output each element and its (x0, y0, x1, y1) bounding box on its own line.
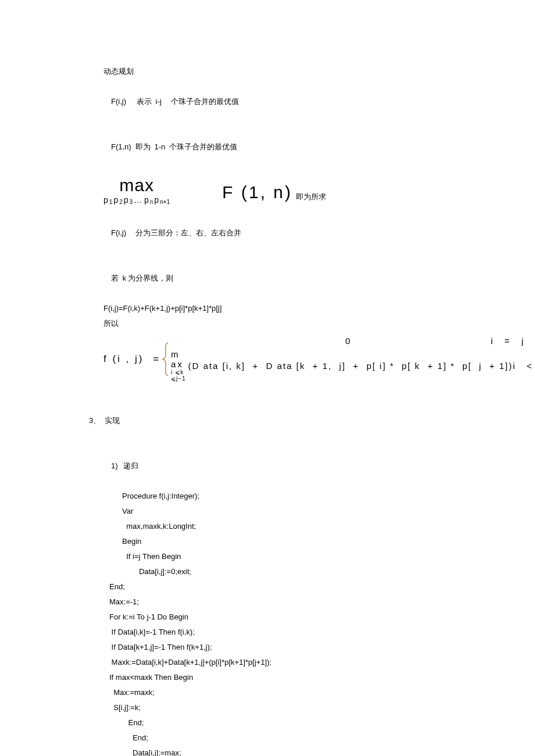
code-line: Procedure f(i,j:Integer); (0, 489, 535, 504)
max-operator: max p1 p2 p3 … pn pn+1 (104, 175, 170, 205)
code-line: End; (0, 715, 535, 730)
word: 即为 (135, 142, 151, 151)
section-number: 3、 (89, 416, 101, 425)
function-call: F (1, n) (222, 180, 293, 202)
code-line: End; (0, 730, 535, 746)
case-cond: i = j (491, 336, 532, 346)
phrase: 为分界线，则 (128, 274, 173, 282)
formula-piecewise: f (i , j) = 0 i = j m ax i ⩽k ⩽j−1 (0, 336, 535, 382)
section-heading: 3、 实现 (0, 398, 535, 443)
max-operator: m ax i ⩽k ⩽j−1 (171, 349, 186, 382)
word: 表示 (137, 97, 152, 106)
text-line: 所以 (0, 316, 535, 331)
code-line: S[i,j]:=k; (0, 700, 535, 715)
code-line: End; (0, 579, 535, 594)
text-line: 动态规划 (0, 64, 535, 79)
list-item: 1) 递归 (0, 443, 535, 489)
text-line: 若 k 为分界线，则 (0, 256, 535, 301)
max-label: m ax (171, 349, 186, 369)
expr: 1-n (154, 142, 165, 151)
tail-text: 即为所求 (296, 175, 326, 202)
code-line: Var (0, 504, 535, 519)
code-line: Maxk:=Data[i,k]+Data[k+1,j]+(p[i]*p[k+1]… (0, 655, 535, 670)
case-cond: i < j (513, 361, 535, 371)
page-content: 动态规划 F(i,j) 表示 i-j 个珠子合并的最优值 F(1,n) 即为 1… (0, 0, 535, 756)
case-row: m ax i ⩽k ⩽j−1 (D ata [i, k] + D ata [k … (171, 349, 532, 382)
item-number: 1) (111, 461, 118, 470)
code-line: Data[i,j]:=0;exit; (0, 564, 535, 579)
text-line: F(i,j) 表示 i-j 个珠子合并的最优值 (0, 79, 535, 124)
code-line: Max:=maxk; (0, 685, 535, 700)
left-brace-icon (162, 342, 170, 376)
max-subscript: p1 p2 p3 … pn pn+1 (104, 195, 170, 205)
code-line: Max:=-1; (0, 594, 535, 610)
expr: F(i,j) (111, 228, 126, 237)
phrase: 分为三部分：左、右、左右合并 (135, 228, 241, 237)
phrase: 个珠子合并的最优值 (169, 142, 237, 151)
phrase: 个珠子合并的最优值 (171, 97, 239, 106)
expr: F(i,j) (111, 97, 126, 106)
code-line: Begin (0, 534, 535, 549)
item-title: 递归 (123, 461, 138, 470)
code-line: If Data[k+1,j]=-1 Then f(k+1,j); (0, 640, 535, 655)
code-line: If i=j Then Begin (0, 549, 535, 564)
formula-max: max p1 p2 p3 … pn pn+1 F (1, n) 即为所求 (0, 175, 535, 205)
text-line: F(i,j) 分为三部分：左、右、左右合并 (0, 210, 535, 256)
max-label: max (119, 175, 154, 195)
case-value: 0 (206, 336, 491, 346)
lhs: f (i , j) = (104, 353, 162, 365)
code-line: max,maxk,k:LongInt; (0, 519, 535, 534)
expr: i-j (156, 97, 162, 106)
code-line: If max<maxk Then Begin (0, 670, 535, 685)
code-line: Data[i,j]:=max; (0, 746, 535, 756)
max-subscript: i ⩽k ⩽j−1 (171, 369, 186, 382)
case-expr: (D ata [i, k] + D ata [k + 1, j] + p[ i]… (186, 361, 513, 371)
text-line: F(1,n) 即为 1-n 个珠子合并的最优值 (0, 124, 535, 170)
code-line: For k:=i To j-1 Do Begin (0, 610, 535, 625)
case-row: 0 i = j (171, 336, 532, 346)
word: 若 (111, 274, 119, 282)
equation: F(i,j)=F(i,k)+F(k+1,j)+p[i]*p[k+1]*p[j] (0, 301, 535, 316)
section-title: 实现 (105, 416, 120, 425)
expr: F(1,n) (111, 142, 131, 151)
code-line: If Data[i,k]=-1 Then f(i,k); (0, 625, 535, 640)
